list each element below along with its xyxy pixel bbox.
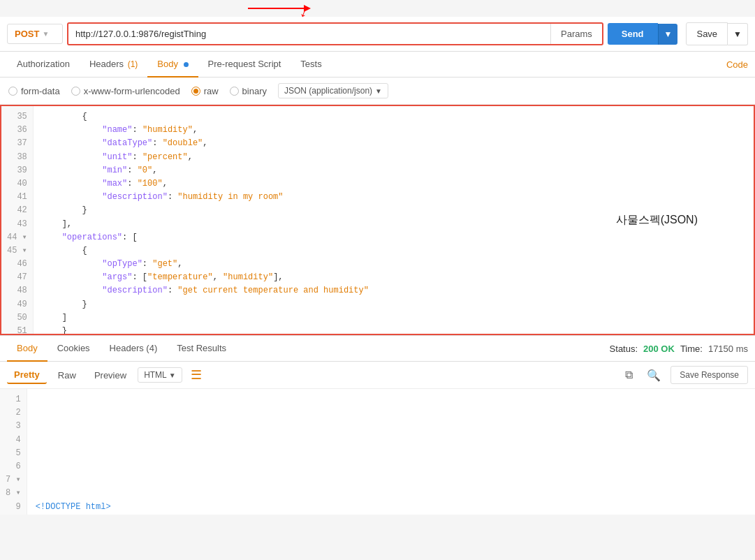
- copy-icon[interactable]: ⧉: [621, 367, 637, 383]
- option-binary[interactable]: binary: [230, 86, 267, 96]
- response-tabs: Body Cookies Headers (4) Test Results St…: [0, 335, 755, 362]
- rtab-headers[interactable]: Headers (4): [100, 336, 168, 362]
- method-chevron: ▼: [42, 30, 49, 38]
- send-group: Send ▼: [608, 23, 678, 45]
- body-active-dot: [184, 62, 189, 67]
- rtab-body[interactable]: Body: [7, 336, 47, 362]
- radio-raw: [191, 87, 200, 96]
- response-code[interactable]: <!DOCTYPE html> <html lang="en"> <head> …: [27, 389, 755, 515]
- body-options: form-data x-www-form-urlencoded raw bina…: [0, 78, 755, 105]
- method-dropdown[interactable]: POST ▼: [7, 24, 63, 44]
- json-chevron-icon: ▼: [375, 87, 382, 95]
- rtab-cookies[interactable]: Cookies: [47, 336, 100, 362]
- response-editor[interactable]: 12345 67 ▾8 ▾91011 <!DOCTYPE html> <html…: [0, 389, 755, 515]
- url-input[interactable]: [68, 24, 550, 44]
- status-code: 200 OK: [643, 344, 675, 354]
- method-label: POST: [15, 29, 39, 39]
- radio-form-data: [8, 87, 17, 96]
- url-bar-wrapper: Params: [67, 22, 603, 45]
- format-chevron-icon: ▼: [169, 371, 176, 379]
- line-numbers: 3536373839 4041424344 ▾ 45 ▾46474849 505…: [1, 106, 34, 335]
- send-dropdown[interactable]: ▼: [658, 24, 678, 45]
- svg-marker-1: [304, 5, 311, 12]
- vtab-preview[interactable]: Preview: [87, 367, 133, 383]
- code-link[interactable]: Code: [726, 52, 748, 77]
- request-body-editor[interactable]: 3536373839 4041424344 ▾ 45 ▾46474849 505…: [0, 105, 755, 335]
- send-button[interactable]: Send: [608, 23, 658, 45]
- time-label: Time:: [680, 344, 703, 354]
- option-raw[interactable]: raw: [191, 86, 219, 96]
- tab-authorization[interactable]: Authorization: [7, 52, 80, 78]
- status-info: Status: 200 OK Time: 17150 ms: [610, 337, 748, 361]
- wrap-icon[interactable]: ☰: [186, 366, 206, 384]
- tab-body[interactable]: Body: [147, 52, 198, 78]
- response-line-numbers: 12345 67 ▾8 ▾91011: [0, 389, 27, 515]
- params-button[interactable]: Params: [550, 24, 602, 44]
- view-actions: ⧉ 🔍 Save Response: [621, 366, 748, 384]
- option-urlencoded[interactable]: x-www-form-urlencoded: [71, 86, 180, 96]
- save-group: Save ▼: [686, 22, 748, 45]
- rtab-test-results[interactable]: Test Results: [167, 336, 236, 362]
- headers-badge: (1): [128, 59, 138, 69]
- status-label: Status:: [610, 344, 638, 354]
- json-type-dropdown[interactable]: JSON (application/json) ▼: [278, 83, 388, 98]
- tab-tests[interactable]: Tests: [291, 52, 331, 78]
- radio-binary: [230, 87, 239, 96]
- response-time: 17150 ms: [708, 344, 748, 354]
- request-tabs: Authorization Headers (1) Body Pre-reque…: [0, 52, 755, 78]
- code-body[interactable]: { "name": "humidity", "dataType": "doubl…: [34, 106, 754, 335]
- save-response-button[interactable]: Save Response: [670, 366, 748, 384]
- vtab-raw[interactable]: Raw: [51, 367, 83, 383]
- radio-urlencoded: [71, 87, 80, 96]
- tab-pre-request[interactable]: Pre-request Script: [198, 52, 291, 78]
- format-dropdown[interactable]: HTML ▼: [138, 367, 182, 383]
- tab-headers[interactable]: Headers (1): [80, 52, 147, 78]
- save-button[interactable]: Save: [686, 22, 728, 45]
- view-tabs: Pretty Raw Preview HTML ▼ ☰ ⧉ 🔍 Save Res…: [0, 362, 755, 389]
- vtab-pretty[interactable]: Pretty: [7, 367, 47, 384]
- save-dropdown[interactable]: ▼: [728, 23, 748, 45]
- search-icon[interactable]: 🔍: [643, 367, 665, 383]
- option-form-data[interactable]: form-data: [8, 86, 60, 96]
- top-bar: POST ▼ Params Send ▼ Save ▼: [0, 17, 755, 52]
